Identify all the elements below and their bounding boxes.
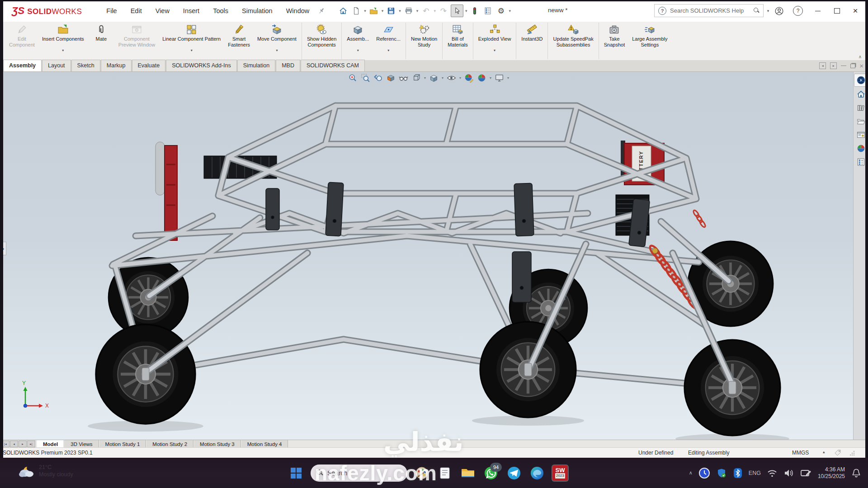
tab-first-icon[interactable]: |◂ (1, 441, 9, 447)
section-view-icon[interactable] (386, 73, 396, 83)
volume-icon[interactable] (783, 468, 794, 478)
doc-restore-icon[interactable] (850, 64, 855, 68)
telegram-icon[interactable] (505, 465, 523, 482)
tab-solidworks-add-ins[interactable]: SOLIDWORKS Add-Ins (166, 60, 237, 71)
update-speedpak-button[interactable]: Update SpeedPakSubassemblies (549, 22, 597, 60)
caret-down-icon[interactable]: ▾ (424, 76, 426, 80)
zoom-to-area-icon[interactable] (361, 73, 370, 83)
apply-scene-icon[interactable] (477, 73, 486, 83)
tab-solidworks-cam[interactable]: SOLIDWORKS CAM (301, 60, 365, 71)
search-scope-caret-icon[interactable]: ▾ (765, 0, 771, 22)
view-orientation-icon[interactable] (411, 73, 421, 83)
units-caret-icon[interactable]: ▴ (823, 450, 825, 454)
pen-tablet-icon[interactable] (800, 468, 812, 478)
redo-button[interactable]: ↷ (438, 5, 449, 17)
start-button[interactable] (288, 465, 305, 482)
large-assembly-settings-button[interactable]: Large AssemblySettings (628, 22, 671, 60)
help-search-box[interactable]: ? Search SOLIDWORKS Help (654, 4, 764, 17)
taskpane-resources-home-icon[interactable] (854, 88, 867, 100)
minimize-button[interactable] (809, 0, 826, 22)
reference-geometry-button[interactable]: Referenc... ▾ (373, 22, 404, 60)
tab-3d-views[interactable]: 3D Views (64, 440, 99, 448)
new-motion-study-button[interactable]: New MotionStudy (407, 22, 441, 60)
tab-evaluate[interactable]: Evaluate (132, 60, 166, 71)
save-button[interactable] (385, 5, 397, 17)
bill-of-materials-button[interactable]: Bill ofMaterials (444, 22, 472, 60)
menu-simulation[interactable]: Simulation (242, 7, 273, 14)
small-spring[interactable] (693, 209, 707, 228)
units-selector[interactable]: MMGS (792, 450, 809, 456)
show-hidden-components-button[interactable]: Show HiddenComponents (303, 22, 340, 60)
rover-assembly-model[interactable]: BATTERY (0, 72, 868, 440)
save-dropdown-caret-icon[interactable]: ▾ (399, 9, 401, 13)
open-button[interactable] (368, 5, 380, 17)
weather-widget[interactable]: 21°C Mostly cloudy (18, 463, 73, 479)
options-dropdown-caret-icon[interactable]: ▾ (509, 9, 511, 13)
rebuild-button[interactable] (469, 5, 481, 17)
select-tool-button[interactable] (451, 5, 463, 17)
search-icon[interactable] (754, 8, 760, 14)
linear-component-pattern-button[interactable]: Linear Component Pattern ▾ (159, 22, 224, 60)
bluetooth-icon[interactable] (733, 468, 743, 479)
paint-app-icon[interactable] (413, 465, 430, 482)
previous-view-icon[interactable] (373, 73, 383, 83)
menu-tools[interactable]: Tools (213, 7, 228, 14)
caret-down-icon[interactable]: ▾ (459, 76, 461, 80)
pane-right-icon[interactable]: ▸ (830, 62, 837, 69)
undo-button[interactable]: ↶ (420, 5, 432, 17)
move-component-button[interactable]: Move Component ▾ (254, 22, 300, 60)
assembly-features-button[interactable]: Assemb... ▾ (343, 22, 373, 60)
tab-motion-study-1[interactable]: Motion Study 1 (99, 440, 146, 448)
undo-dropdown-caret-icon[interactable]: ▾ (434, 9, 436, 13)
tray-overflow-icon[interactable]: ∧ (689, 470, 693, 476)
left-electronics-module[interactable] (156, 142, 177, 240)
language-indicator[interactable]: ENG (749, 470, 761, 476)
taskpane-file-explorer-icon[interactable] (854, 115, 867, 127)
new-dropdown-caret-icon[interactable]: ▾ (364, 9, 366, 13)
tab-model[interactable]: Model (37, 440, 64, 448)
taskpane-3dexperience-icon[interactable] (854, 74, 868, 87)
caret-down-icon[interactable]: ▾ (490, 76, 491, 80)
clock-app-icon[interactable] (698, 467, 710, 479)
zoom-to-fit-icon[interactable] (348, 73, 358, 83)
taskpane-appearances-icon[interactable] (854, 142, 867, 155)
feature-tree-flyout-tab[interactable]: ◂ (0, 242, 6, 255)
tab-markup[interactable]: Markup (101, 60, 132, 71)
edge-browser-icon[interactable] (528, 465, 546, 482)
home-button[interactable] (337, 5, 349, 17)
instant3d-button[interactable]: Instant3D (518, 22, 546, 60)
pane-left-icon[interactable]: ◂ (819, 62, 826, 69)
tab-mbd[interactable]: MBD (276, 60, 300, 71)
view-settings-icon[interactable] (495, 73, 504, 83)
taskpane-custom-properties-icon[interactable] (854, 156, 867, 168)
tab-last-icon[interactable]: ▸| (27, 441, 35, 447)
menu-insert[interactable]: Insert (183, 7, 199, 14)
notifications-bell-icon[interactable] (851, 468, 862, 479)
doc-close-icon[interactable]: × (859, 62, 863, 70)
edit-appearance-icon[interactable] (464, 73, 474, 83)
take-snapshot-button[interactable]: TakeSnapshot (600, 22, 628, 60)
tab-motion-study-4[interactable]: Motion Study 4 (241, 440, 288, 448)
tab-simulation[interactable]: Simulation (237, 60, 275, 71)
help-button[interactable]: ? (790, 0, 806, 22)
tab-assembly[interactable]: Assembly (3, 60, 42, 71)
tab-sketch[interactable]: Sketch (71, 60, 100, 71)
ribbon-collapse-icon[interactable]: ∧ (859, 54, 862, 59)
account-button[interactable] (771, 0, 787, 22)
menu-window[interactable]: Window (286, 7, 310, 14)
print-dropdown-caret-icon[interactable]: ▾ (416, 9, 419, 13)
windows-security-icon[interactable] (716, 468, 727, 479)
taskpane-design-library-icon[interactable] (854, 102, 867, 114)
menu-file[interactable]: File (106, 7, 117, 14)
options-gear-button[interactable]: ⚙ (495, 5, 507, 17)
pin-menu-icon[interactable] (317, 7, 326, 15)
mate-button[interactable]: Mate (88, 22, 115, 60)
taskbar-clock[interactable]: 4:36 AM 10/25/2025 (818, 466, 845, 480)
tab-motion-study-3[interactable]: Motion Study 3 (193, 440, 241, 448)
display-style-icon[interactable] (429, 73, 439, 83)
caret-down-icon[interactable]: ▾ (507, 76, 509, 80)
new-document-button[interactable] (350, 5, 362, 17)
open-dropdown-caret-icon[interactable]: ▾ (382, 9, 384, 13)
maximize-button[interactable] (828, 0, 845, 22)
tag-icon[interactable] (834, 449, 841, 456)
